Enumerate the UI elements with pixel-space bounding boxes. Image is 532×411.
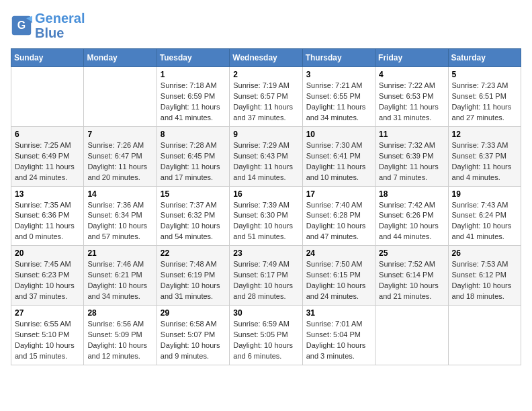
- header-row: SundayMondayTuesdayWednesdayThursdayFrid…: [11, 49, 521, 67]
- day-info: Sunrise: 7:18 AM Sunset: 6:59 PM Dayligh…: [161, 81, 226, 124]
- calendar-cell: [375, 306, 448, 365]
- day-info: Sunrise: 7:42 AM Sunset: 6:26 PM Dayligh…: [379, 200, 444, 243]
- day-info: Sunrise: 6:56 AM Sunset: 5:09 PM Dayligh…: [87, 319, 152, 362]
- calendar-cell: 4Sunrise: 7:22 AM Sunset: 6:53 PM Daylig…: [375, 67, 448, 127]
- day-info: Sunrise: 7:28 AM Sunset: 6:45 PM Dayligh…: [161, 140, 226, 183]
- day-number: 8: [161, 130, 226, 139]
- calendar-cell: 15Sunrise: 7:37 AM Sunset: 6:32 PM Dayli…: [157, 186, 229, 246]
- svg-text:G: G: [17, 19, 26, 31]
- day-number: 30: [233, 308, 298, 318]
- day-info: Sunrise: 7:33 AM Sunset: 6:37 PM Dayligh…: [452, 140, 517, 183]
- day-number: 18: [379, 189, 444, 199]
- day-info: Sunrise: 7:46 AM Sunset: 6:21 PM Dayligh…: [87, 259, 152, 302]
- calendar-cell: [84, 67, 157, 127]
- day-info: Sunrise: 7:53 AM Sunset: 6:12 PM Dayligh…: [452, 259, 517, 302]
- calendar-cell: 2Sunrise: 7:19 AM Sunset: 6:57 PM Daylig…: [230, 67, 302, 127]
- day-info: Sunrise: 7:22 AM Sunset: 6:53 PM Dayligh…: [379, 81, 444, 124]
- calendar-cell: 24Sunrise: 7:50 AM Sunset: 6:15 PM Dayli…: [302, 246, 375, 306]
- day-number: 25: [379, 248, 444, 258]
- weekday-header-friday: Friday: [375, 49, 448, 67]
- day-number: 28: [87, 308, 152, 318]
- day-number: 9: [233, 130, 298, 139]
- calendar-cell: 12Sunrise: 7:33 AM Sunset: 6:37 PM Dayli…: [448, 126, 521, 186]
- day-info: Sunrise: 7:45 AM Sunset: 6:23 PM Dayligh…: [15, 259, 80, 302]
- calendar-cell: 31Sunrise: 7:01 AM Sunset: 5:04 PM Dayli…: [302, 306, 375, 365]
- calendar-cell: 14Sunrise: 7:36 AM Sunset: 6:34 PM Dayli…: [84, 186, 157, 246]
- calendar-cell: 23Sunrise: 7:49 AM Sunset: 6:17 PM Dayli…: [230, 246, 302, 306]
- day-info: Sunrise: 7:36 AM Sunset: 6:34 PM Dayligh…: [87, 200, 152, 243]
- day-info: Sunrise: 6:58 AM Sunset: 5:07 PM Dayligh…: [161, 319, 226, 362]
- calendar-cell: 3Sunrise: 7:21 AM Sunset: 6:55 PM Daylig…: [302, 67, 375, 127]
- day-info: Sunrise: 7:50 AM Sunset: 6:15 PM Dayligh…: [306, 259, 371, 302]
- logo-icon: G: [11, 15, 32, 36]
- day-number: 20: [15, 248, 80, 258]
- day-number: 4: [379, 70, 444, 79]
- calendar-cell: 20Sunrise: 7:45 AM Sunset: 6:23 PM Dayli…: [11, 246, 84, 306]
- day-number: 27: [15, 308, 80, 318]
- day-info: Sunrise: 7:48 AM Sunset: 6:19 PM Dayligh…: [161, 259, 226, 302]
- calendar-cell: 29Sunrise: 6:58 AM Sunset: 5:07 PM Dayli…: [157, 306, 229, 365]
- calendar-cell: 28Sunrise: 6:56 AM Sunset: 5:09 PM Dayli…: [84, 306, 157, 365]
- day-number: 5: [452, 70, 517, 79]
- day-number: 26: [452, 248, 517, 258]
- day-info: Sunrise: 7:30 AM Sunset: 6:41 PM Dayligh…: [306, 140, 371, 183]
- weekday-header-saturday: Saturday: [448, 49, 521, 67]
- calendar-cell: 22Sunrise: 7:48 AM Sunset: 6:19 PM Dayli…: [157, 246, 229, 306]
- calendar-cell: 10Sunrise: 7:30 AM Sunset: 6:41 PM Dayli…: [302, 126, 375, 186]
- calendar-cell: 1Sunrise: 7:18 AM Sunset: 6:59 PM Daylig…: [157, 67, 229, 127]
- week-row-2: 6Sunrise: 7:25 AM Sunset: 6:49 PM Daylig…: [11, 126, 521, 186]
- day-number: 29: [161, 308, 226, 318]
- calendar-cell: 11Sunrise: 7:32 AM Sunset: 6:39 PM Dayli…: [375, 126, 448, 186]
- calendar-cell: 21Sunrise: 7:46 AM Sunset: 6:21 PM Dayli…: [84, 246, 157, 306]
- day-number: 1: [161, 70, 226, 79]
- day-number: 14: [87, 189, 152, 199]
- logo-text: GeneralBlue: [35, 11, 85, 40]
- calendar-cell: 17Sunrise: 7:40 AM Sunset: 6:28 PM Dayli…: [302, 186, 375, 246]
- day-number: 15: [161, 189, 226, 199]
- weekday-header-wednesday: Wednesday: [230, 49, 302, 67]
- calendar-cell: 25Sunrise: 7:52 AM Sunset: 6:14 PM Dayli…: [375, 246, 448, 306]
- day-info: Sunrise: 7:40 AM Sunset: 6:28 PM Dayligh…: [306, 200, 371, 243]
- day-info: Sunrise: 7:32 AM Sunset: 6:39 PM Dayligh…: [379, 140, 444, 183]
- week-row-3: 13Sunrise: 7:35 AM Sunset: 6:36 PM Dayli…: [11, 186, 521, 246]
- day-number: 11: [379, 130, 444, 139]
- day-info: Sunrise: 7:23 AM Sunset: 6:51 PM Dayligh…: [452, 81, 517, 124]
- day-info: Sunrise: 7:37 AM Sunset: 6:32 PM Dayligh…: [161, 200, 226, 243]
- day-number: 21: [87, 248, 152, 258]
- day-number: 13: [15, 189, 80, 199]
- weekday-header-sunday: Sunday: [11, 49, 84, 67]
- day-info: Sunrise: 6:55 AM Sunset: 5:10 PM Dayligh…: [15, 319, 80, 362]
- day-info: Sunrise: 6:59 AM Sunset: 5:05 PM Dayligh…: [233, 319, 298, 362]
- day-number: 3: [306, 70, 371, 79]
- calendar-cell: 6Sunrise: 7:25 AM Sunset: 6:49 PM Daylig…: [11, 126, 84, 186]
- weekday-header-tuesday: Tuesday: [157, 49, 229, 67]
- calendar-cell: 8Sunrise: 7:28 AM Sunset: 6:45 PM Daylig…: [157, 126, 229, 186]
- day-number: 19: [452, 189, 517, 199]
- calendar-cell: [11, 67, 84, 127]
- calendar-cell: 19Sunrise: 7:43 AM Sunset: 6:24 PM Dayli…: [448, 186, 521, 246]
- calendar-header: SundayMondayTuesdayWednesdayThursdayFrid…: [11, 49, 521, 67]
- day-number: 10: [306, 130, 371, 139]
- calendar-cell: 27Sunrise: 6:55 AM Sunset: 5:10 PM Dayli…: [11, 306, 84, 365]
- page-header: G GeneralBlue: [11, 11, 521, 40]
- calendar-cell: 13Sunrise: 7:35 AM Sunset: 6:36 PM Dayli…: [11, 186, 84, 246]
- week-row-1: 1Sunrise: 7:18 AM Sunset: 6:59 PM Daylig…: [11, 67, 521, 127]
- day-info: Sunrise: 7:19 AM Sunset: 6:57 PM Dayligh…: [233, 81, 298, 124]
- day-number: 23: [233, 248, 298, 258]
- calendar-cell: 7Sunrise: 7:26 AM Sunset: 6:47 PM Daylig…: [84, 126, 157, 186]
- calendar-table: SundayMondayTuesdayWednesdayThursdayFrid…: [11, 48, 521, 365]
- week-row-4: 20Sunrise: 7:45 AM Sunset: 6:23 PM Dayli…: [11, 246, 521, 306]
- calendar-cell: 16Sunrise: 7:39 AM Sunset: 6:30 PM Dayli…: [230, 186, 302, 246]
- calendar-cell: 26Sunrise: 7:53 AM Sunset: 6:12 PM Dayli…: [448, 246, 521, 306]
- day-info: Sunrise: 7:29 AM Sunset: 6:43 PM Dayligh…: [233, 140, 298, 183]
- day-info: Sunrise: 7:01 AM Sunset: 5:04 PM Dayligh…: [306, 319, 371, 362]
- calendar-cell: 18Sunrise: 7:42 AM Sunset: 6:26 PM Dayli…: [375, 186, 448, 246]
- calendar-cell: [448, 306, 521, 365]
- week-row-5: 27Sunrise: 6:55 AM Sunset: 5:10 PM Dayli…: [11, 306, 521, 365]
- day-number: 24: [306, 248, 371, 258]
- day-info: Sunrise: 7:21 AM Sunset: 6:55 PM Dayligh…: [306, 81, 371, 124]
- weekday-header-thursday: Thursday: [302, 49, 375, 67]
- day-info: Sunrise: 7:35 AM Sunset: 6:36 PM Dayligh…: [15, 200, 80, 243]
- day-number: 22: [161, 248, 226, 258]
- calendar-body: 1Sunrise: 7:18 AM Sunset: 6:59 PM Daylig…: [11, 67, 521, 365]
